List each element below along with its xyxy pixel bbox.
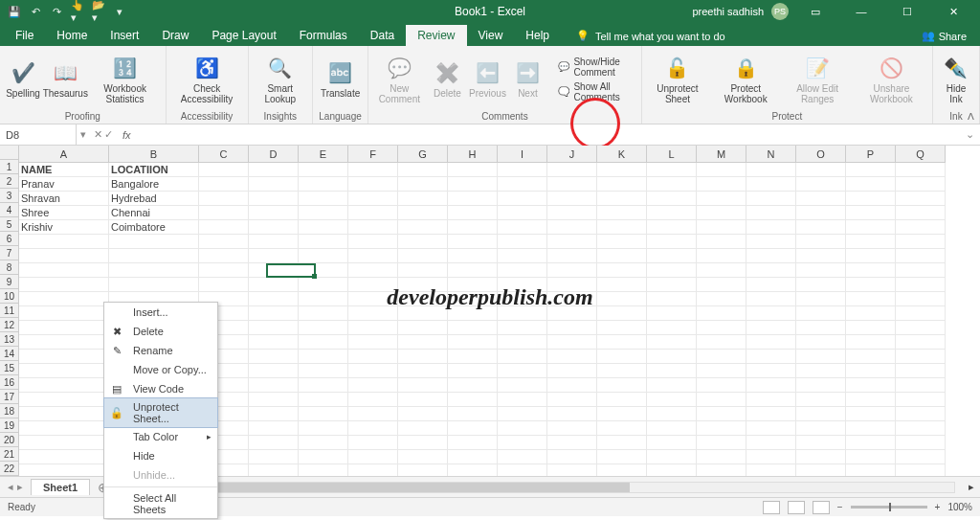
ctx-move-copy[interactable]: Move or Copy... [104, 360, 217, 379]
cell[interactable] [19, 321, 109, 335]
cell[interactable] [697, 393, 746, 407]
cell[interactable] [498, 350, 547, 364]
cell[interactable] [597, 278, 647, 292]
cell[interactable] [547, 292, 597, 306]
tab-data[interactable]: Data [359, 25, 406, 46]
cell[interactable] [697, 249, 746, 263]
cell[interactable] [398, 192, 448, 206]
tab-view[interactable]: View [467, 25, 515, 46]
cell[interactable] [796, 177, 846, 192]
cell[interactable] [547, 335, 597, 350]
cell[interactable] [647, 364, 697, 378]
cell[interactable] [299, 206, 348, 220]
cell[interactable] [299, 421, 348, 436]
cell[interactable] [19, 378, 109, 393]
cell[interactable] [647, 378, 697, 393]
tell-me[interactable]: 💡 Tell me what you want to do [568, 26, 733, 46]
translate-button[interactable]: 🔤Translate [317, 57, 364, 101]
cell[interactable] [697, 263, 746, 278]
cell[interactable] [846, 177, 896, 192]
column-header[interactable]: A [19, 146, 109, 163]
row-header[interactable]: 13 [0, 332, 19, 347]
cell[interactable] [498, 335, 547, 350]
cell[interactable] [597, 206, 647, 220]
cell[interactable] [647, 235, 697, 249]
cell[interactable] [448, 364, 498, 378]
cell[interactable] [796, 335, 846, 350]
cell[interactable] [448, 450, 498, 464]
sheet-nav-next-icon[interactable]: ▸ [17, 481, 23, 493]
cell[interactable] [796, 235, 846, 249]
cell[interactable] [746, 393, 796, 407]
name-box[interactable]: D8 [0, 124, 77, 145]
cell[interactable] [697, 206, 746, 220]
cell[interactable] [746, 177, 796, 192]
cell[interactable] [498, 393, 547, 407]
cell[interactable] [846, 249, 896, 263]
cell[interactable] [19, 263, 109, 278]
cell[interactable] [398, 321, 448, 335]
cell[interactable] [249, 421, 299, 436]
cell[interactable] [846, 464, 896, 476]
cell[interactable] [299, 464, 348, 476]
cell[interactable] [896, 192, 946, 206]
cell[interactable] [249, 464, 299, 476]
cell[interactable] [348, 235, 398, 249]
cell[interactable] [697, 335, 746, 350]
cell[interactable] [299, 263, 348, 278]
cell[interactable] [448, 292, 498, 306]
cell[interactable] [498, 177, 547, 192]
cell[interactable] [498, 192, 547, 206]
cell[interactable] [597, 378, 647, 393]
cell[interactable] [398, 421, 448, 436]
cell[interactable] [796, 321, 846, 335]
cell[interactable]: Shravan [19, 192, 109, 206]
collapse-ribbon-icon[interactable]: ᐱ [968, 111, 974, 122]
cell[interactable] [896, 450, 946, 464]
cell[interactable] [398, 206, 448, 220]
cell[interactable] [796, 292, 846, 306]
namebox-dropdown-icon[interactable]: ▾ [77, 128, 90, 141]
redo-icon[interactable]: ↷ [50, 5, 63, 18]
cell[interactable] [846, 436, 896, 450]
touch-icon[interactable]: 👆▾ [71, 5, 84, 18]
cell[interactable] [109, 263, 199, 278]
column-header[interactable]: G [398, 146, 448, 163]
cell[interactable] [647, 335, 697, 350]
cell[interactable] [19, 436, 109, 450]
cell[interactable] [547, 393, 597, 407]
new-comment-button[interactable]: 💬New Comment [372, 53, 426, 106]
zoom-level[interactable]: 100% [947, 502, 972, 512]
cell[interactable]: Hydrebad [109, 192, 199, 206]
row-header[interactable]: 1 [0, 160, 19, 174]
cell[interactable] [19, 407, 109, 421]
cell[interactable] [547, 163, 597, 177]
cell[interactable] [299, 235, 348, 249]
cell[interactable] [846, 364, 896, 378]
cell[interactable] [746, 263, 796, 278]
row-header[interactable]: 20 [0, 433, 19, 447]
protect-workbook-button[interactable]: 🔒Protect Workbook [711, 53, 780, 106]
cell[interactable] [846, 278, 896, 292]
cell[interactable] [398, 350, 448, 364]
cell[interactable] [249, 350, 299, 364]
cell[interactable] [597, 192, 647, 206]
cell[interactable] [896, 421, 946, 436]
cell[interactable] [299, 177, 348, 192]
cell[interactable] [746, 407, 796, 421]
cell[interactable] [597, 249, 647, 263]
user-name[interactable]: preethi sadhish [692, 6, 764, 17]
cell[interactable] [348, 350, 398, 364]
fx-icon[interactable]: fx [117, 129, 137, 141]
cell[interactable] [398, 364, 448, 378]
cell[interactable] [547, 364, 597, 378]
cell[interactable] [547, 192, 597, 206]
cell[interactable] [697, 235, 746, 249]
cell[interactable] [597, 220, 647, 235]
avatar[interactable]: PS [771, 3, 789, 20]
column-header[interactable]: O [796, 146, 846, 163]
cell[interactable] [896, 350, 946, 364]
ctx-rename[interactable]: ✎Rename [104, 341, 217, 360]
undo-icon[interactable]: ↶ [29, 5, 42, 18]
cell[interactable] [547, 407, 597, 421]
